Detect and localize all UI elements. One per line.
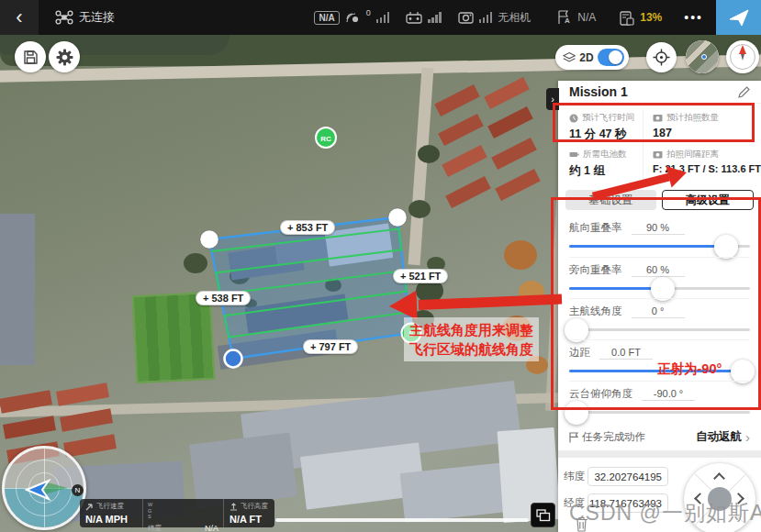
gps-signal-bars <box>376 12 390 23</box>
speed-arrow-icon <box>85 503 94 511</box>
slider-side-overlap: 旁向重叠率60 % <box>569 257 750 298</box>
rc-battery-icon <box>620 10 634 26</box>
stat-photo-interval: 拍照间隔距离 F: 21.3 FT / S: 113.6 FT <box>643 146 761 183</box>
map-compass-button[interactable] <box>726 40 759 73</box>
tab-basic-settings[interactable]: 基础设置 <box>565 190 656 210</box>
telemetry-lat-value: N/A <box>205 524 218 532</box>
takeoff-button[interactable] <box>716 0 761 35</box>
satellite-icon <box>345 11 361 25</box>
mission-stats: 预计飞行时间 11 分 47 秒 预计拍照数量 187 所需电池数 约 1 组 <box>558 104 761 186</box>
panel-collapse-button[interactable]: › <box>546 88 559 110</box>
tab-advanced-settings[interactable]: 高级设置 <box>662 190 755 210</box>
side-overlap-value[interactable]: 60 % <box>632 264 685 277</box>
slider-frontal-overlap: 航向重叠率90 % <box>569 216 750 257</box>
camera-status: 无相机 <box>498 10 531 26</box>
geo-block: WGS 纬度N/A 经度N/A <box>142 499 223 527</box>
battery-percent: 13% <box>640 11 662 24</box>
finish-action-value: 自动返航 <box>696 429 742 445</box>
advanced-settings-sliders: 航向重叠率90 % 旁向重叠率60 % 主航线角度0 ° 边距0.0 FT 云台… <box>558 216 761 422</box>
slider-margin: 边距0.0 FT <box>569 339 750 381</box>
back-chevron-icon: ‹ <box>16 6 22 29</box>
slider-thumb[interactable] <box>565 318 588 342</box>
save-icon <box>23 50 39 65</box>
panel-divider <box>558 450 761 458</box>
dpad-up-arrow[interactable] <box>713 472 725 484</box>
remote-controller-icon <box>406 11 422 24</box>
telemetry-bar: 飞行速度 N/A MPH WGS 纬度N/A 经度N/A 飞行高度 N/A FT <box>80 499 274 527</box>
back-button[interactable]: ‹ <box>0 0 39 35</box>
latitude-input[interactable]: 32.202764195 <box>588 467 668 486</box>
slider-route-angle: 主航线角度0 ° <box>569 298 750 339</box>
drone-icon <box>55 10 73 25</box>
stat-photo-count: 预计拍照数量 187 <box>643 109 761 146</box>
locate-button[interactable] <box>646 42 677 72</box>
slider-thumb[interactable] <box>651 277 675 301</box>
minimap-button[interactable] <box>686 40 719 73</box>
compass-south-needle <box>741 54 744 61</box>
dji-mission-app: S RC + 853 FT + 521 FT + 538 FT + 797 FT… <box>0 0 761 532</box>
settings-button[interactable] <box>49 41 80 72</box>
drone-heading-arrow <box>25 478 56 502</box>
edge-distance-label[interactable]: + 853 FT <box>280 220 335 235</box>
stat-flight-time: 预计飞行时间 11 分 47 秒 <box>558 109 643 146</box>
slider-track[interactable] <box>569 245 750 248</box>
slider-track[interactable] <box>569 328 750 331</box>
slider-thumb[interactable] <box>731 360 755 383</box>
gear-icon <box>56 49 73 66</box>
flight-altitude-block: 飞行高度 N/A FT <box>223 499 274 527</box>
connection-status: 无连接 <box>79 9 115 26</box>
edge-distance-label[interactable]: + 538 FT <box>196 291 251 305</box>
map-view-toggle[interactable]: 2D <box>555 45 629 70</box>
altitude-icon <box>229 503 238 511</box>
mission-settings-panel: › Mission 1 预计飞行时间 11 分 47 秒 预计拍照数量 187 <box>558 81 761 532</box>
coordinates-section: 纬度 32.202764195 经度 118.716763493 <box>558 458 761 532</box>
camera-signal-bars <box>479 12 493 23</box>
stat-battery-count: 所需电池数 约 1 组 <box>558 146 643 183</box>
map-mode-switch-button[interactable] <box>531 503 555 527</box>
delete-waypoint-icon[interactable] <box>575 516 588 532</box>
slider-track[interactable] <box>569 411 750 414</box>
2d-toggle-switch[interactable] <box>598 49 624 66</box>
mission-title: Mission 1 <box>569 84 738 99</box>
latitude-label: 纬度 <box>564 470 588 483</box>
home-indicator[interactable] <box>275 518 529 522</box>
margin-value[interactable]: 0.0 FT <box>599 347 653 360</box>
camera-icon <box>458 11 474 24</box>
longitude-input[interactable]: 118.716763493 <box>588 493 668 513</box>
satellite-count: 0 <box>366 8 371 17</box>
edge-distance-label[interactable]: + 797 FT <box>303 339 358 354</box>
slider-thumb[interactable] <box>565 401 588 425</box>
flight-speed-block: 飞行速度 N/A MPH <box>80 499 142 527</box>
flight-speed-value: N/A MPH <box>85 514 137 525</box>
map-building <box>245 294 349 333</box>
edge-distance-label[interactable]: + 521 FT <box>393 269 448 283</box>
edit-pencil-icon[interactable] <box>738 86 750 98</box>
dpad-center[interactable] <box>708 487 732 511</box>
gimbal-pitch-value[interactable]: -90.0 ° <box>642 388 695 401</box>
more-menu-button[interactable]: ••• <box>684 10 703 25</box>
map-building <box>189 433 297 509</box>
slider-track[interactable] <box>569 287 750 290</box>
dpad-left-arrow[interactable] <box>694 493 706 504</box>
chevron-right-icon: › <box>745 429 750 445</box>
finish-action-row[interactable]: 任务完成动作 自动返航 › <box>558 422 761 450</box>
slider-track[interactable] <box>569 370 750 372</box>
dpad-right-arrow[interactable] <box>733 493 744 504</box>
frontal-overlap-value[interactable]: 90 % <box>632 222 685 235</box>
map-building <box>0 214 35 365</box>
view-2d-label: 2D <box>579 51 593 64</box>
status-bar: ‹ 无连接 N/A 0 <box>0 0 761 35</box>
route-angle-value[interactable]: 0 ° <box>632 305 685 318</box>
flight-mode-value: N/A <box>577 11 596 24</box>
gps-na-badge: N/A <box>314 11 339 25</box>
battery-icon <box>569 150 579 159</box>
save-mission-button[interactable] <box>15 41 46 72</box>
nudge-dpad[interactable] <box>684 463 755 532</box>
camera-icon <box>653 150 663 159</box>
map-trees <box>418 145 440 163</box>
slider-thumb[interactable] <box>714 235 738 259</box>
panel-header: Mission 1 <box>558 81 761 104</box>
compass-north-badge: N <box>72 484 84 496</box>
svg-text:A: A <box>565 17 570 25</box>
camera-icon <box>653 114 663 122</box>
